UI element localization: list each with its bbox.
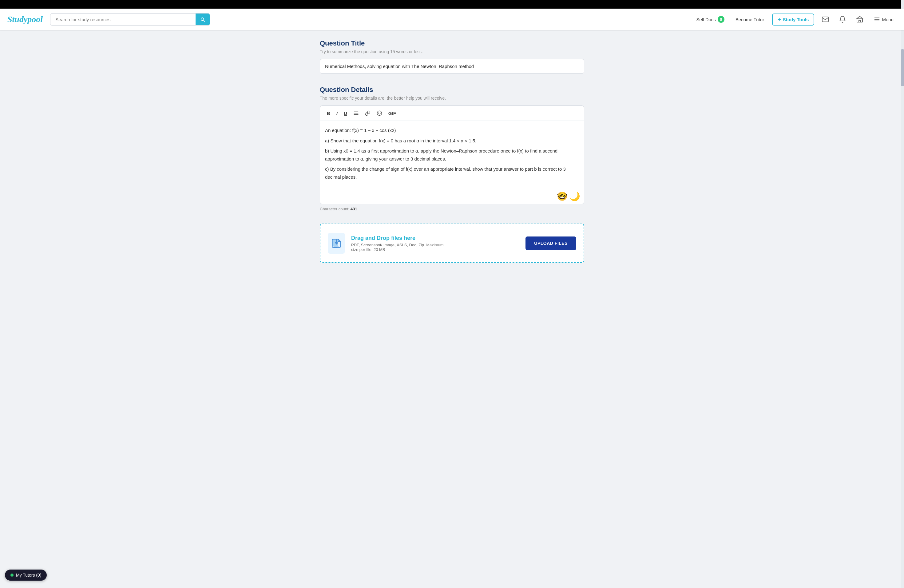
italic-button[interactable]: I bbox=[334, 109, 340, 117]
question-details-heading: Question Details bbox=[320, 86, 584, 94]
upload-formats: PDF, Screenshot/ Image, XSLS, Doc, Zip. bbox=[351, 243, 425, 247]
my-tutors-label: My Tutors (0) bbox=[16, 573, 41, 577]
become-tutor-link[interactable]: Become Tutor bbox=[732, 15, 767, 24]
emoji-icon bbox=[377, 111, 382, 116]
content-line-1: An equation: f(x) = 1 − x − cos (x2) bbox=[325, 126, 579, 134]
question-details-subtitle: The more specific your details are, the … bbox=[320, 96, 584, 101]
link-icon bbox=[365, 111, 370, 116]
my-tutors-badge[interactable]: My Tutors (0) bbox=[5, 569, 47, 581]
search-input[interactable] bbox=[51, 14, 196, 25]
notification-button[interactable] bbox=[836, 13, 849, 25]
content-line-2: a) Show that the equation f(x) = 0 has a… bbox=[325, 137, 579, 145]
emoji-moon: 🌙 bbox=[569, 191, 580, 201]
char-count: Character count: 431 bbox=[320, 207, 584, 211]
link-button[interactable] bbox=[362, 109, 373, 117]
navbar: Studypool Sell Docs $ Become Tutor + Stu… bbox=[0, 9, 904, 30]
question-title-heading: Question Title bbox=[320, 40, 584, 47]
content-line-3: b) Using x0 = 1.4 as a first approximati… bbox=[325, 147, 579, 163]
upload-max: Maximum bbox=[426, 243, 443, 247]
upload-icon bbox=[331, 238, 342, 249]
question-details-section: Question Details The more specific your … bbox=[320, 86, 584, 211]
char-count-value: 431 bbox=[351, 207, 357, 211]
menu-label: Menu bbox=[882, 17, 893, 22]
scrollbar-track bbox=[901, 0, 904, 588]
study-tools-button[interactable]: + Study Tools bbox=[772, 14, 814, 25]
underline-button[interactable]: U bbox=[341, 109, 349, 117]
search-button[interactable] bbox=[196, 14, 210, 25]
search-icon bbox=[200, 17, 205, 22]
upload-size: size per file: 20 MB bbox=[351, 247, 385, 252]
align-icon bbox=[353, 111, 359, 116]
main-content: Question Title Try to summarize the ques… bbox=[314, 30, 590, 281]
mail-icon bbox=[822, 16, 829, 23]
upload-subtitle: PDF, Screenshot/ Image, XSLS, Doc, Zip. … bbox=[351, 243, 519, 252]
sell-docs-label: Sell Docs bbox=[696, 17, 716, 22]
search-container bbox=[50, 13, 210, 25]
svg-rect-1 bbox=[859, 20, 861, 22]
bold-button[interactable]: B bbox=[324, 109, 333, 117]
institution-icon bbox=[856, 16, 863, 23]
online-dot bbox=[11, 574, 14, 577]
become-tutor-label: Become Tutor bbox=[735, 17, 764, 22]
content-line-4: c) By considering the change of sign of … bbox=[325, 165, 579, 181]
study-tools-label: Study Tools bbox=[783, 17, 809, 22]
hamburger-icon bbox=[874, 16, 880, 22]
upload-files-button[interactable]: UPLOAD FILES bbox=[525, 237, 576, 250]
upload-icon-wrap bbox=[328, 233, 345, 254]
emoji-nerd: 🤓 bbox=[557, 191, 567, 201]
question-title-section: Question Title Try to summarize the ques… bbox=[320, 40, 584, 74]
editor-content[interactable]: An equation: f(x) = 1 − x − cos (x2) a) … bbox=[320, 121, 584, 189]
institution-button[interactable] bbox=[853, 13, 866, 25]
editor-container: B I U bbox=[320, 106, 584, 204]
align-button[interactable] bbox=[351, 109, 361, 117]
question-title-subtitle: Try to summarize the question using 15 w… bbox=[320, 49, 584, 54]
dollar-icon: $ bbox=[718, 16, 724, 23]
sell-docs-link[interactable]: Sell Docs $ bbox=[693, 14, 727, 25]
menu-button[interactable]: Menu bbox=[871, 14, 897, 24]
upload-title: Drag and Drop files here bbox=[351, 235, 519, 242]
question-title-input[interactable] bbox=[320, 59, 584, 74]
mail-button[interactable] bbox=[819, 13, 831, 25]
gif-button[interactable]: GIF bbox=[386, 109, 398, 117]
bell-icon bbox=[839, 16, 846, 23]
svg-point-2 bbox=[377, 111, 382, 115]
upload-area[interactable]: Drag and Drop files here PDF, Screenshot… bbox=[320, 224, 584, 263]
svg-point-3 bbox=[379, 112, 379, 113]
emoji-button[interactable] bbox=[374, 109, 385, 117]
editor-toolbar: B I U bbox=[320, 106, 584, 121]
upload-text: Drag and Drop files here PDF, Screenshot… bbox=[351, 235, 519, 252]
plus-icon: + bbox=[778, 16, 781, 23]
top-bar bbox=[0, 0, 904, 9]
scrollbar-thumb[interactable] bbox=[901, 49, 904, 86]
char-count-label: Character count: bbox=[320, 207, 349, 211]
svg-point-4 bbox=[380, 112, 380, 113]
logo[interactable]: Studypool bbox=[7, 14, 43, 24]
editor-emoji-row: 🤓 🌙 bbox=[320, 189, 584, 204]
